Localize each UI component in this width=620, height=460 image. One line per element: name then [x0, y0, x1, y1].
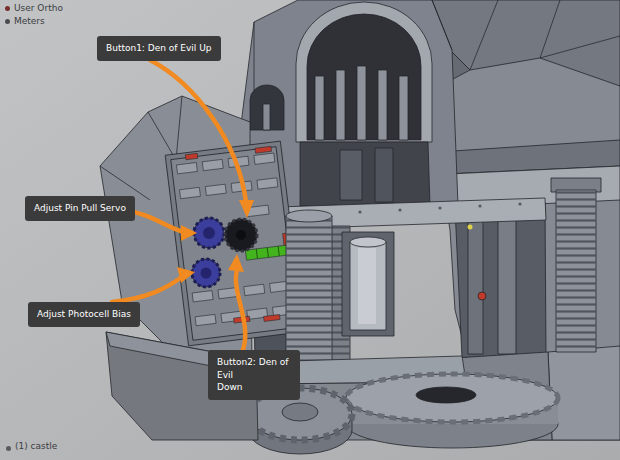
- black-knob: [225, 219, 257, 251]
- units-label: Meters: [14, 16, 45, 26]
- callout-pin-pull-servo: Adjust Pin Pull Servo: [25, 196, 135, 221]
- blender-viewport[interactable]: User Ortho Meters (1) castle Button1: De…: [0, 0, 620, 460]
- arch-window: [296, 2, 432, 142]
- photocell-bias-knob: [192, 259, 220, 287]
- object-info-label: (1) castle: [15, 441, 57, 451]
- callout-button2-line1: Button2: Den of Evil: [217, 356, 291, 381]
- viewport-canvas[interactable]: [0, 0, 620, 460]
- pin-pull-servo-knob: [194, 218, 224, 248]
- view-mode-label: User Ortho: [14, 3, 63, 13]
- callout-button2-line2: Down: [217, 381, 291, 394]
- gear-large: [346, 374, 558, 448]
- piston-cylinder: [342, 232, 394, 336]
- panel-toggle-icon[interactable]: [5, 19, 10, 24]
- panel-toggle-icon[interactable]: [5, 6, 10, 11]
- callout-button1: Button1: Den of Evil Up: [97, 36, 221, 61]
- origin-dot: [468, 225, 473, 230]
- red-knob: [478, 292, 486, 300]
- callout-photocell-bias: Adjust Photocell Bias: [28, 302, 140, 327]
- screw-column-right: [551, 178, 601, 352]
- object-dot-icon: [6, 446, 11, 451]
- callout-button2: Button2: Den of Evil Down: [208, 350, 300, 400]
